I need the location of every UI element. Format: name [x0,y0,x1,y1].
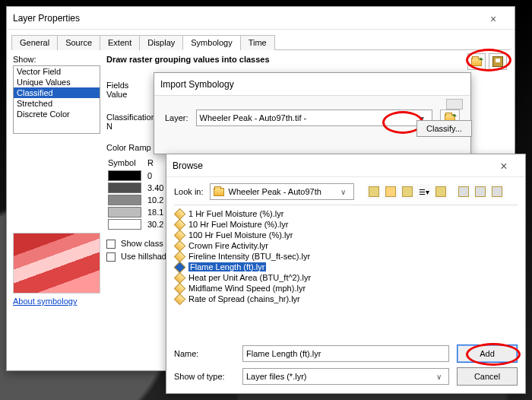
file-label: Heat per Unit Area (BTU_ft^2).lyr [188,273,311,282]
lyr-file-icon [174,218,185,230]
swatch-1[interactable] [108,183,141,193]
name-label: Name: [174,349,235,358]
chevron-down-icon[interactable]: ∨ [337,184,350,199]
list-view-button[interactable]: ☰▾ [416,184,432,199]
about-symbology-link[interactable]: About symbology [13,297,100,306]
file-list[interactable]: 1 Hr Fuel Moisture (%).lyr 10 Hr Fuel Mo… [174,205,518,340]
show-label: Show: [13,55,100,64]
brw-close-button[interactable]: × [489,155,519,176]
file-item[interactable]: Crown Fire Activity.lyr [174,240,518,251]
file-label: 10 Hr Fuel Moisture (%).lyr [188,220,288,229]
chk-showclass[interactable] [106,240,116,249]
file-item[interactable]: Rate of Spread (chains_hr).lyr [174,294,518,304]
file-item[interactable]: Fireline Intensity (BTU_ft-sec).lyr [174,251,518,262]
tool-c-icon [492,186,502,197]
col-symbol: Symbol [108,158,146,169]
lyr-file-icon [174,208,185,220]
import-symbology-button[interactable] [467,53,486,70]
add-button[interactable]: Add [457,344,518,363]
tool-c-button[interactable] [489,184,505,199]
tab-symbology[interactable]: Symbology [182,35,240,50]
imp-help-button[interactable] [446,99,463,110]
show-listbox[interactable]: Vector Field Unique Values Classified St… [13,65,100,134]
file-item[interactable]: Heat per Unit Area (BTU_ft^2).lyr [174,272,518,283]
browse-window: Browse × Look in: Wheeler Peak - Auto97t… [166,154,526,394]
lyr-file-icon [174,250,185,262]
lp-titlebar[interactable]: Layer Properties × [7,7,515,30]
swatch-0[interactable] [108,170,141,181]
file-label: Crown Fire Activity.lyr [188,241,268,250]
brw-titlebar[interactable]: Browse × [166,154,525,177]
tool-a-button[interactable] [456,184,471,199]
tab-general[interactable]: General [11,35,58,50]
tool-b-button[interactable] [473,184,488,199]
swatch-4[interactable] [108,219,141,230]
class-table: Symbol R 0 3.40 10.2 18.1 30.2 [106,157,169,231]
folder-open-icon [471,58,482,66]
tab-extent[interactable]: Extent [100,35,140,50]
imp-titlebar[interactable]: Import Symbology [154,73,470,96]
show-item-discrete[interactable]: Discrete Color [14,109,100,119]
tool-b-icon [475,186,486,197]
cancel-button[interactable]: Cancel [457,367,518,386]
lyr-file-icon [174,293,185,305]
type-label: Show of type: [174,372,235,381]
imp-title: Import Symbology [160,73,464,96]
chevron-down-icon[interactable]: ∨ [432,369,445,384]
tab-display[interactable]: Display [139,35,183,50]
symbology-toolbar [467,53,507,70]
show-item-unique[interactable]: Unique Values [14,77,100,87]
lp-title: Layer Properties [13,7,478,30]
file-label: 1 Hr Fuel Moisture (%).lyr [188,209,283,218]
lyr-file-icon [174,229,185,241]
show-item-vector[interactable]: Vector Field [14,66,100,77]
new-folder-icon [435,186,446,197]
lookin-value: Wheeler Peak - Auto97th [229,187,321,196]
chk-showclass-label: Show class b [121,239,170,248]
imp-layer-value: Wheeler Peak - Auto97th.tif - [200,113,307,122]
type-combo[interactable]: Layer files (*.lyr) ∨ [242,368,449,385]
imp-layer-label: Layer: [165,113,188,122]
tab-source[interactable]: Source [57,35,100,50]
show-item-stretched[interactable]: Stretched [14,98,100,109]
file-item[interactable]: 100 Hr Fuel Moisture (%).lyr [174,230,518,240]
import-symbology-window: Import Symbology Layer: Wheeler Peak - A… [154,72,471,154]
up-one-level-button[interactable] [366,184,382,199]
chk-hillshade[interactable] [106,252,116,262]
connect-folder-button[interactable] [400,184,415,199]
fields-label: Fields [106,81,128,90]
home-button[interactable] [383,184,398,199]
file-item[interactable]: 1 Hr Fuel Moisture (%).lyr [174,208,518,219]
classify-button[interactable]: Classify... [416,120,472,137]
file-label: Flame Length (ft).lyr [188,262,266,271]
name-value: Flame Length (ft).lyr [246,349,321,358]
name-input[interactable]: Flame Length (ft).lyr [242,345,449,362]
lookin-combo[interactable]: Wheeler Peak - Auto97th ∨ [210,183,354,200]
swatch-3[interactable] [108,207,141,217]
save-symbology-button[interactable] [489,53,507,70]
lookin-label: Look in: [174,187,204,196]
new-folder-button[interactable] [433,184,448,199]
file-label: 100 Hr Fuel Moisture (%).lyr [188,230,293,240]
browse-toolbar: ☰▾ [366,184,505,199]
lp-left-panel: Show: Vector Field Unique Values Classif… [13,55,100,367]
file-item[interactable]: Midflame Wind Speed (mph).lyr [174,283,518,294]
tool-a-icon [458,186,469,197]
brw-title: Browse [173,154,489,177]
list-view-icon: ☰▾ [419,188,429,196]
file-item-selected[interactable]: Flame Length (ft).lyr [174,262,518,272]
file-item[interactable]: 10 Hr Fuel Moisture (%).lyr [174,219,518,230]
tab-time[interactable]: Time [240,35,275,50]
show-item-classified[interactable]: Classified [14,87,100,98]
save-icon [492,56,503,67]
folder-icon [214,188,224,196]
lp-close-button[interactable]: × [478,8,508,29]
lyr-file-icon [174,240,185,252]
preview-thumbnail [13,233,100,294]
swatch-2[interactable] [108,195,141,205]
connect-folder-icon [402,186,413,197]
lp-tabs: General Source Extent Display Symbology … [11,34,510,50]
file-label: Rate of Spread (chains_hr).lyr [188,294,300,303]
imp-layer-combo[interactable]: Wheeler Peak - Auto97th.tif - ▾ [196,110,432,126]
lyr-file-icon [174,261,185,273]
